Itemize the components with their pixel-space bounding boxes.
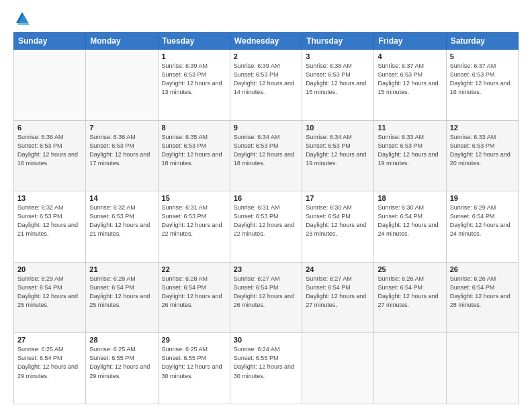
calendar-cell: 3Sunrise: 6:38 AM Sunset: 6:53 PM Daylig…	[302, 50, 374, 121]
calendar-cell: 10Sunrise: 6:34 AM Sunset: 6:53 PM Dayli…	[302, 120, 374, 191]
week-row-2: 13Sunrise: 6:32 AM Sunset: 6:53 PM Dayli…	[14, 191, 519, 263]
day-header-wednesday: Wednesday	[230, 33, 302, 50]
calendar-cell: 7Sunrise: 6:36 AM Sunset: 6:53 PM Daylig…	[86, 120, 158, 191]
day-number: 8	[162, 124, 226, 132]
day-info: Sunrise: 6:24 AM Sunset: 6:55 PM Dayligh…	[234, 345, 298, 380]
day-header-friday: Friday	[374, 33, 446, 50]
day-info: Sunrise: 6:27 AM Sunset: 6:54 PM Dayligh…	[234, 275, 298, 310]
day-number: 17	[306, 194, 370, 202]
day-info: Sunrise: 6:28 AM Sunset: 6:54 PM Dayligh…	[162, 275, 226, 310]
calendar-cell: 23Sunrise: 6:27 AM Sunset: 6:54 PM Dayli…	[230, 262, 302, 333]
week-row-4: 27Sunrise: 6:25 AM Sunset: 6:54 PM Dayli…	[14, 333, 519, 404]
day-info: Sunrise: 6:36 AM Sunset: 6:53 PM Dayligh…	[89, 133, 154, 168]
day-info: Sunrise: 6:35 AM Sunset: 6:53 PM Dayligh…	[162, 133, 226, 168]
week-row-3: 20Sunrise: 6:29 AM Sunset: 6:54 PM Dayli…	[14, 262, 519, 333]
calendar-cell: 8Sunrise: 6:35 AM Sunset: 6:53 PM Daylig…	[158, 120, 230, 191]
calendar-cell: 6Sunrise: 6:36 AM Sunset: 6:53 PM Daylig…	[14, 120, 86, 191]
day-number: 11	[378, 124, 442, 132]
day-info: Sunrise: 6:29 AM Sunset: 6:54 PM Dayligh…	[450, 203, 515, 238]
calendar-cell: 2Sunrise: 6:39 AM Sunset: 6:53 PM Daylig…	[230, 50, 302, 121]
day-number: 14	[89, 194, 154, 202]
day-info: Sunrise: 6:31 AM Sunset: 6:53 PM Dayligh…	[162, 203, 226, 238]
calendar-cell	[302, 333, 374, 404]
day-number: 1	[162, 52, 226, 60]
day-info: Sunrise: 6:30 AM Sunset: 6:54 PM Dayligh…	[378, 203, 442, 238]
header	[13, 11, 519, 26]
calendar-cell: 22Sunrise: 6:28 AM Sunset: 6:54 PM Dayli…	[158, 262, 230, 333]
day-number: 2	[234, 52, 298, 60]
calendar-cell: 11Sunrise: 6:33 AM Sunset: 6:53 PM Dayli…	[374, 120, 446, 191]
day-number: 26	[450, 265, 515, 273]
day-info: Sunrise: 6:34 AM Sunset: 6:53 PM Dayligh…	[306, 133, 370, 168]
day-number: 15	[162, 194, 226, 202]
day-number: 12	[450, 124, 515, 132]
calendar-cell: 29Sunrise: 6:25 AM Sunset: 6:55 PM Dayli…	[158, 333, 230, 404]
day-header-sunday: Sunday	[14, 33, 86, 50]
calendar-cell	[14, 50, 86, 121]
calendar-cell: 4Sunrise: 6:37 AM Sunset: 6:53 PM Daylig…	[374, 50, 446, 121]
day-number: 4	[378, 52, 442, 60]
day-info: Sunrise: 6:33 AM Sunset: 6:53 PM Dayligh…	[378, 133, 442, 168]
day-header-saturday: Saturday	[446, 33, 518, 50]
day-number: 18	[378, 194, 442, 202]
calendar-cell: 5Sunrise: 6:37 AM Sunset: 6:53 PM Daylig…	[446, 50, 518, 121]
day-number: 28	[89, 336, 154, 344]
calendar-cell: 27Sunrise: 6:25 AM Sunset: 6:54 PM Dayli…	[14, 333, 86, 404]
day-info: Sunrise: 6:25 AM Sunset: 6:54 PM Dayligh…	[17, 345, 82, 380]
calendar-cell: 13Sunrise: 6:32 AM Sunset: 6:53 PM Dayli…	[14, 191, 86, 263]
day-number: 21	[89, 265, 154, 273]
day-info: Sunrise: 6:36 AM Sunset: 6:53 PM Dayligh…	[17, 133, 82, 168]
day-number: 19	[450, 194, 515, 202]
calendar-cell: 28Sunrise: 6:25 AM Sunset: 6:55 PM Dayli…	[86, 333, 158, 404]
calendar-table: SundayMondayTuesdayWednesdayThursdayFrid…	[13, 32, 519, 404]
day-number: 27	[17, 336, 82, 344]
calendar-cell: 26Sunrise: 6:26 AM Sunset: 6:54 PM Dayli…	[446, 262, 518, 333]
day-number: 5	[450, 52, 515, 60]
calendar-cell	[446, 333, 518, 404]
logo	[13, 11, 30, 26]
day-info: Sunrise: 6:32 AM Sunset: 6:53 PM Dayligh…	[89, 203, 154, 238]
day-info: Sunrise: 6:25 AM Sunset: 6:55 PM Dayligh…	[89, 345, 154, 380]
calendar-cell: 30Sunrise: 6:24 AM Sunset: 6:55 PM Dayli…	[230, 333, 302, 404]
day-info: Sunrise: 6:27 AM Sunset: 6:54 PM Dayligh…	[306, 275, 370, 310]
day-info: Sunrise: 6:26 AM Sunset: 6:54 PM Dayligh…	[450, 275, 515, 310]
calendar-cell: 24Sunrise: 6:27 AM Sunset: 6:54 PM Dayli…	[302, 262, 374, 333]
week-row-0: 1Sunrise: 6:39 AM Sunset: 6:53 PM Daylig…	[14, 50, 519, 121]
calendar-cell: 21Sunrise: 6:28 AM Sunset: 6:54 PM Dayli…	[86, 262, 158, 333]
day-number: 23	[234, 265, 298, 273]
day-number: 20	[17, 265, 82, 273]
day-number: 29	[162, 336, 226, 344]
day-info: Sunrise: 6:37 AM Sunset: 6:53 PM Dayligh…	[378, 62, 442, 97]
logo-icon	[15, 11, 30, 26]
day-info: Sunrise: 6:38 AM Sunset: 6:53 PM Dayligh…	[306, 62, 370, 97]
day-number: 24	[306, 265, 370, 273]
day-header-monday: Monday	[86, 33, 158, 50]
calendar-cell: 14Sunrise: 6:32 AM Sunset: 6:53 PM Dayli…	[86, 191, 158, 263]
day-number: 30	[234, 336, 298, 344]
day-number: 25	[378, 265, 442, 273]
calendar-cell	[374, 333, 446, 404]
day-number: 9	[234, 124, 298, 132]
day-number: 22	[162, 265, 226, 273]
day-info: Sunrise: 6:33 AM Sunset: 6:53 PM Dayligh…	[450, 133, 515, 168]
days-header-row: SundayMondayTuesdayWednesdayThursdayFrid…	[14, 33, 519, 50]
day-info: Sunrise: 6:31 AM Sunset: 6:53 PM Dayligh…	[234, 203, 298, 238]
day-header-thursday: Thursday	[302, 33, 374, 50]
day-number: 6	[17, 124, 82, 132]
day-info: Sunrise: 6:37 AM Sunset: 6:53 PM Dayligh…	[450, 62, 515, 97]
day-number: 13	[17, 194, 82, 202]
day-info: Sunrise: 6:29 AM Sunset: 6:54 PM Dayligh…	[17, 275, 82, 310]
calendar-cell: 25Sunrise: 6:26 AM Sunset: 6:54 PM Dayli…	[374, 262, 446, 333]
calendar-cell: 9Sunrise: 6:34 AM Sunset: 6:53 PM Daylig…	[230, 120, 302, 191]
calendar-cell: 20Sunrise: 6:29 AM Sunset: 6:54 PM Dayli…	[14, 262, 86, 333]
calendar-cell: 1Sunrise: 6:39 AM Sunset: 6:53 PM Daylig…	[158, 50, 230, 121]
day-header-tuesday: Tuesday	[158, 33, 230, 50]
day-info: Sunrise: 6:34 AM Sunset: 6:53 PM Dayligh…	[234, 133, 298, 168]
calendar-cell: 17Sunrise: 6:30 AM Sunset: 6:54 PM Dayli…	[302, 191, 374, 263]
calendar-cell	[86, 50, 158, 121]
day-number: 3	[306, 52, 370, 60]
calendar-cell: 12Sunrise: 6:33 AM Sunset: 6:53 PM Dayli…	[446, 120, 518, 191]
day-number: 16	[234, 194, 298, 202]
day-info: Sunrise: 6:28 AM Sunset: 6:54 PM Dayligh…	[89, 275, 154, 310]
day-info: Sunrise: 6:32 AM Sunset: 6:53 PM Dayligh…	[17, 203, 82, 238]
